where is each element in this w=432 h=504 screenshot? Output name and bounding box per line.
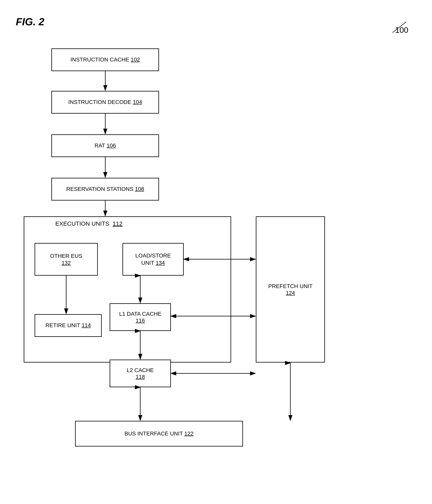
load-store-unit-box: LOAD/STOREUNIT 134	[122, 243, 184, 276]
other-eus-num: 132	[62, 260, 71, 266]
instruction-cache-box: INSTRUCTION CACHE 102	[51, 48, 159, 71]
l2-cache-num: 118	[136, 374, 145, 380]
l1-data-cache-box: L1 DATA CACHE 116	[110, 303, 171, 331]
other-eus-label: OTHER EUS	[50, 252, 82, 260]
load-store-num: 134	[156, 260, 165, 266]
prefetch-unit-label: PREFETCH UNIT	[268, 283, 313, 290]
other-eus-box: OTHER EUS 132	[35, 243, 98, 276]
bus-interface-unit-box: BUS INTERFACE UNIT 122	[75, 421, 243, 447]
retire-unit-label: RETIRE UNIT 114	[45, 322, 91, 329]
execution-units-label: EXECUTION UNITS 112	[55, 220, 122, 227]
execution-units-num: 112	[113, 220, 122, 227]
rat-label: RAT 106	[95, 142, 116, 149]
l2-cache-box: L2 CACHE 118	[110, 360, 171, 387]
instruction-cache-label: INSTRUCTION CACHE 102	[71, 56, 140, 63]
prefetch-unit-num: 124	[286, 290, 295, 296]
reservation-stations-box: RESERVATION STATIONS 108	[51, 178, 159, 200]
bus-interface-unit-label: BUS INTERFACE UNIT 122	[125, 430, 194, 437]
retire-unit-box: RETIRE UNIT 114	[35, 314, 102, 337]
figure-label: FIG. 2	[16, 16, 44, 28]
prefetch-unit-box: PREFETCH UNIT 124	[256, 216, 325, 362]
reservation-stations-label: RESERVATION STATIONS 108	[66, 186, 144, 193]
l1-data-cache-num: 116	[136, 317, 145, 324]
instruction-decode-box: INSTRUCTION DECODE 104	[51, 91, 159, 114]
l2-cache-label: L2 CACHE	[127, 367, 154, 374]
l1-data-cache-label: L1 DATA CACHE	[119, 310, 161, 317]
execution-units-outer-box	[24, 216, 231, 362]
ref-number-value: 100	[395, 26, 408, 34]
instruction-decode-label: INSTRUCTION DECODE 104	[68, 99, 142, 106]
load-store-label: LOAD/STOREUNIT 134	[135, 252, 171, 267]
rat-box: RAT 106	[51, 134, 159, 157]
ref-number: 100	[395, 26, 408, 35]
